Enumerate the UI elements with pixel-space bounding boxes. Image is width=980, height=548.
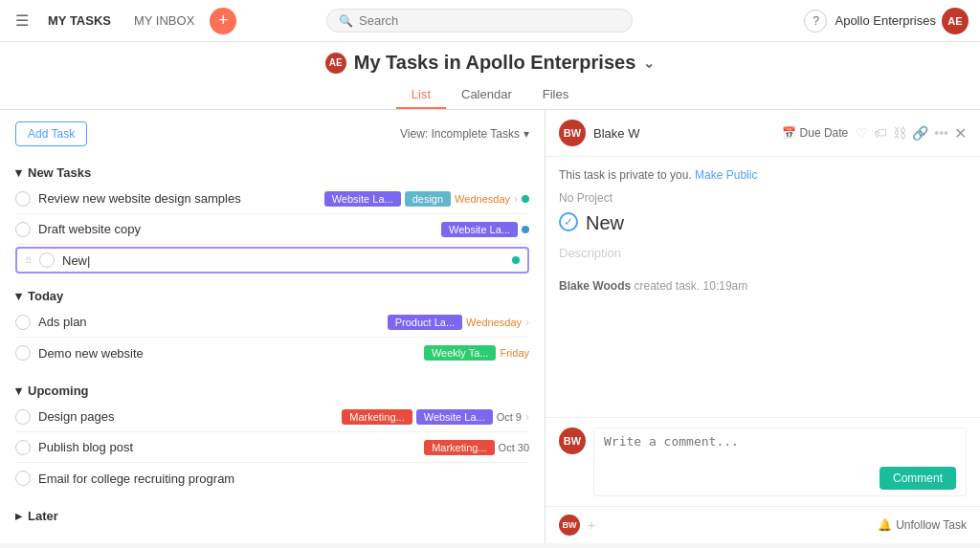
attach-icon[interactable]: ⛓ bbox=[893, 125, 906, 141]
page-header: AE My Tasks in Apollo Enterprises ⌄ List… bbox=[0, 42, 980, 110]
unfollow-button[interactable]: 🔔 Unfollow Task bbox=[878, 518, 967, 532]
task-checkbox[interactable] bbox=[15, 222, 31, 237]
task-name: Publish blog post bbox=[38, 440, 416, 454]
table-row: Design pages Marketing... Website La... … bbox=[15, 402, 529, 432]
tag-website[interactable]: Website La... bbox=[324, 191, 401, 207]
chevron-right-icon[interactable]: › bbox=[525, 316, 529, 329]
chevron-right-icon[interactable]: › bbox=[514, 192, 518, 206]
task-tags: Marketing... Oct 30 bbox=[424, 440, 529, 455]
tag-marketing[interactable]: Marketing... bbox=[342, 409, 412, 425]
drag-handle-icon[interactable]: ⠿ bbox=[25, 255, 32, 266]
tag-weekly[interactable]: Weekly Ta... bbox=[424, 345, 497, 361]
assignee-avatar: BW bbox=[559, 120, 586, 146]
user-avatar: AE bbox=[942, 8, 969, 34]
task-name: Draft website copy bbox=[38, 222, 434, 236]
nav-my-inbox[interactable]: MY INBOX bbox=[126, 13, 202, 28]
add-follower-icon[interactable]: + bbox=[588, 517, 595, 533]
task-checkbox[interactable] bbox=[15, 409, 31, 425]
today-header[interactable]: ▾ Today bbox=[15, 281, 529, 307]
view-selector[interactable]: View: Incomplete Tasks ▾ bbox=[400, 127, 529, 141]
due-date[interactable]: Oct 9 bbox=[497, 411, 522, 423]
help-button[interactable]: ? bbox=[804, 10, 827, 33]
description-field[interactable]: Description bbox=[559, 246, 967, 260]
task-checkbox[interactable] bbox=[15, 440, 31, 455]
complete-task-button[interactable]: ✓ bbox=[559, 212, 578, 231]
heart-icon[interactable]: ♡ bbox=[856, 125, 868, 141]
table-row: Publish blog post Marketing... Oct 30 bbox=[15, 432, 529, 463]
task-checkbox[interactable] bbox=[15, 315, 31, 330]
tag-website[interactable]: Website La... bbox=[441, 222, 518, 237]
due-date-selector[interactable]: 📅 Due Date bbox=[782, 126, 849, 140]
search-input[interactable] bbox=[359, 13, 620, 28]
page-tabs: List Calendar Files bbox=[0, 81, 980, 109]
link-icon[interactable]: 🔗 bbox=[912, 125, 928, 141]
tab-calendar[interactable]: Calendar bbox=[446, 81, 527, 109]
left-toolbar: Add Task View: Incomplete Tasks ▾ bbox=[0, 121, 545, 158]
task-name: Email for college recruiting program bbox=[38, 471, 529, 486]
table-row: Review new website design samples Websit… bbox=[15, 184, 529, 214]
task-checkbox[interactable] bbox=[39, 252, 55, 268]
task-name: Design pages bbox=[38, 409, 334, 424]
new-tasks-arrow-icon: ▾ bbox=[15, 165, 22, 180]
privacy-text: This task is private to you. bbox=[559, 168, 692, 182]
due-date[interactable]: Oct 30 bbox=[499, 442, 529, 453]
tag-marketing[interactable]: Marketing... bbox=[424, 440, 494, 455]
due-date[interactable]: Wednesday bbox=[466, 317, 522, 328]
new-task-field[interactable] bbox=[62, 253, 504, 268]
due-date[interactable]: Wednesday bbox=[455, 193, 510, 205]
new-tasks-header[interactable]: ▾ New Tasks bbox=[15, 158, 529, 184]
org-name: Apollo Enterprises bbox=[835, 13, 936, 28]
new-task-input-row[interactable]: ⠿ bbox=[15, 247, 529, 274]
later-section: ▸ Later bbox=[0, 501, 545, 527]
today-label: Today bbox=[28, 289, 63, 303]
tag-design[interactable]: design bbox=[405, 191, 451, 207]
page-title: AE My Tasks in Apollo Enterprises ⌄ bbox=[0, 52, 980, 74]
hamburger-icon[interactable]: ☰ bbox=[11, 8, 33, 33]
tag-product[interactable]: Product La... bbox=[388, 315, 462, 330]
task-checkbox[interactable] bbox=[15, 345, 31, 361]
later-label: Later bbox=[28, 509, 58, 523]
later-header[interactable]: ▸ Later bbox=[15, 501, 529, 527]
org-selector[interactable]: Apollo Enterprises AE bbox=[835, 8, 969, 34]
task-title-section: ✓ New bbox=[559, 212, 967, 234]
comment-area: BW Comment bbox=[546, 417, 980, 506]
view-chevron-icon: ▾ bbox=[523, 127, 529, 141]
make-public-link[interactable]: Make Public bbox=[695, 168, 757, 182]
tab-files[interactable]: Files bbox=[527, 81, 584, 109]
title-chevron-icon[interactable]: ⌄ bbox=[643, 55, 655, 71]
tab-list[interactable]: List bbox=[396, 81, 446, 109]
tag-website[interactable]: Website La... bbox=[416, 409, 493, 425]
comment-input[interactable] bbox=[604, 434, 956, 463]
comment-button[interactable]: Comment bbox=[880, 467, 956, 490]
chevron-right-icon[interactable]: › bbox=[525, 410, 529, 424]
upcoming-label: Upcoming bbox=[28, 384, 89, 398]
assignee-name[interactable]: Blake W bbox=[593, 126, 774, 141]
due-date[interactable]: Friday bbox=[500, 347, 529, 359]
task-title: New bbox=[586, 212, 624, 234]
task-tags: Product La... Wednesday › bbox=[388, 315, 529, 330]
new-item-button[interactable]: + bbox=[210, 8, 236, 34]
right-footer: BW + 🔔 Unfollow Task bbox=[546, 506, 980, 543]
table-row: Demo new website Weekly Ta... Friday bbox=[15, 338, 529, 368]
calendar-icon: 📅 bbox=[782, 126, 796, 140]
upcoming-section: ▾ Upcoming Design pages Marketing... Web… bbox=[0, 376, 545, 493]
activity-actor: Blake Woods bbox=[559, 279, 631, 293]
page-title-avatar: AE bbox=[325, 53, 346, 74]
task-tags: Marketing... Website La... Oct 9 › bbox=[342, 409, 529, 425]
more-icon[interactable]: ••• bbox=[934, 125, 948, 141]
upcoming-header[interactable]: ▾ Upcoming bbox=[15, 376, 529, 402]
nav-my-tasks[interactable]: MY TASKS bbox=[40, 13, 119, 28]
bell-icon: 🔔 bbox=[878, 518, 892, 532]
upcoming-arrow-icon: ▾ bbox=[15, 384, 22, 398]
privacy-notice: This task is private to you. Make Public bbox=[559, 168, 967, 182]
add-task-button[interactable]: Add Task bbox=[15, 121, 87, 146]
task-checkbox[interactable] bbox=[15, 471, 31, 486]
footer-avatar: BW bbox=[559, 515, 580, 536]
status-dot-cyan bbox=[522, 195, 529, 203]
task-name: Review new website design samples bbox=[38, 191, 317, 206]
close-button[interactable]: ✕ bbox=[954, 124, 967, 142]
tag-icon[interactable]: 🏷 bbox=[874, 125, 887, 141]
no-project: No Project bbox=[559, 191, 967, 205]
task-checkbox[interactable] bbox=[15, 191, 31, 207]
view-label: View: Incomplete Tasks bbox=[400, 127, 520, 141]
